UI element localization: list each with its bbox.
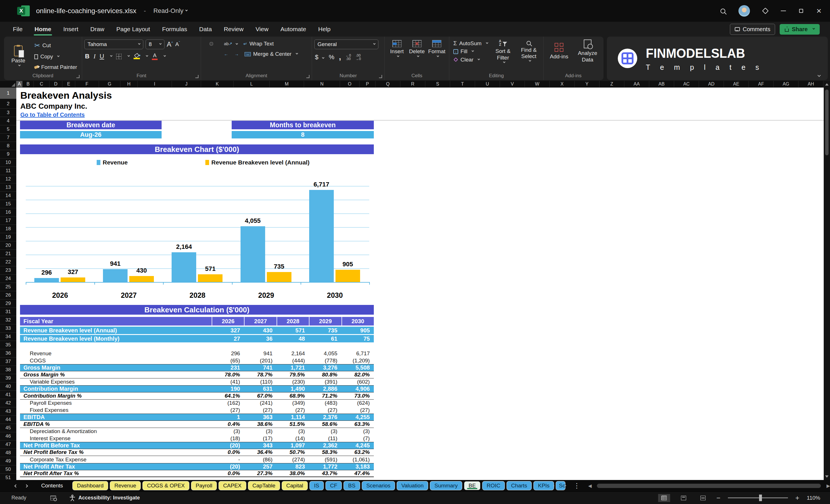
row-value-cell[interactable]: (1,209) (342, 357, 374, 365)
column-header-K[interactable]: K (201, 81, 234, 87)
row-value-cell[interactable]: 190 (212, 385, 244, 392)
row-value-cell[interactable]: 430 (244, 327, 276, 334)
grow-font-button[interactable]: A^ (167, 40, 173, 48)
row-value-cell[interactable]: (602) (342, 378, 374, 385)
sort-filter-button[interactable]: AZ Sort & Filter (491, 39, 515, 63)
find-select-button[interactable]: Find & Select (516, 39, 541, 63)
row-value-cell[interactable]: 47.4% (342, 470, 374, 477)
row-value-cell[interactable]: (3) (244, 428, 276, 435)
merge-center-button[interactable]: ↔ Merge & Center (244, 50, 299, 58)
fiscal-year-2026[interactable]: 2026 (212, 317, 244, 325)
row-value-cell[interactable]: (14) (277, 435, 309, 442)
column-header-A[interactable]: A (16, 81, 23, 87)
column-header-S[interactable]: S (425, 81, 450, 87)
row-value-cell[interactable]: (1,061) (342, 456, 374, 463)
sheet-tab-dashboard[interactable]: Dashboard (73, 481, 108, 490)
sheet-tab-charts[interactable]: Charts (507, 481, 532, 490)
row-label[interactable]: Depreciation & Amortization (20, 428, 212, 435)
row-value-cell[interactable]: (7) (342, 435, 374, 442)
row-value-cell[interactable]: 2,362 (309, 442, 341, 449)
menu-tab-page-layout[interactable]: Page Layout (110, 24, 156, 35)
number-format-select[interactable]: General (314, 39, 378, 49)
row-header-50[interactable]: 50 (0, 465, 16, 474)
row-header-34[interactable]: 34 (0, 333, 16, 341)
column-header-AE[interactable]: AE (724, 81, 749, 87)
row-value-cell[interactable]: (391) (309, 378, 341, 385)
row-label[interactable]: Contribution Margin % (20, 392, 212, 399)
sheet-tab-contents[interactable]: Contents (41, 481, 63, 490)
row-value-cell[interactable]: 2,376 (309, 414, 341, 420)
row-header-9[interactable]: 9 (0, 150, 16, 158)
row-value-cell[interactable]: (27) (244, 407, 276, 414)
sheet-tab-capital[interactable]: Capital (282, 481, 308, 490)
row-value-cell[interactable]: 3,276 (309, 365, 341, 371)
zoom-out-button[interactable]: − (716, 494, 721, 502)
row-value-cell[interactable]: - (212, 456, 244, 463)
menu-tab-help[interactable]: Help (312, 24, 337, 35)
row-value-cell[interactable]: 27 (212, 335, 244, 342)
fiscal-year-2030[interactable]: 2030 (342, 317, 374, 325)
row-value-cell[interactable]: (11) (309, 435, 341, 442)
fiscal-year-2029[interactable]: 2029 (309, 317, 341, 325)
bold-button[interactable]: B (85, 53, 90, 60)
row-header-16[interactable]: 16 (0, 208, 16, 217)
row-value-cell[interactable]: 36.4% (244, 449, 276, 456)
minimize-button[interactable] (781, 10, 786, 11)
share-button[interactable]: Share (780, 24, 820, 35)
row-label[interactable]: Fixed Expenses (20, 407, 212, 414)
row-value-cell[interactable]: (20) (212, 442, 244, 449)
scroll-down-arrow-icon[interactable] (825, 475, 829, 478)
column-header-AB[interactable]: AB (649, 81, 674, 87)
column-header-I[interactable]: I (137, 81, 172, 87)
clear-button[interactable]: Clear (452, 56, 489, 63)
row-header-29[interactable]: 29 (0, 300, 16, 308)
row-value-cell[interactable]: (20) (212, 463, 244, 470)
months-to-breakeven-header[interactable]: Months to breakeven (232, 121, 374, 129)
row-label[interactable]: EBITDA (20, 414, 212, 420)
hscroll-right-arrow-icon[interactable]: ▶ (827, 483, 830, 489)
column-header-U[interactable]: U (475, 81, 500, 87)
row-value-cell[interactable]: (349) (277, 400, 309, 407)
row-value-cell[interactable]: 1,772 (309, 463, 341, 470)
menu-tab-home[interactable]: Home (29, 24, 57, 35)
sheet-tab-cf[interactable]: CF (326, 481, 342, 490)
row-value-cell[interactable]: (3) (212, 428, 244, 435)
menu-tab-insert[interactable]: Insert (57, 24, 84, 35)
row-header-37[interactable]: 37 (0, 357, 16, 366)
horizontal-scroll-thumb[interactable] (597, 484, 821, 488)
row-value-cell[interactable]: (230) (277, 378, 309, 385)
menu-tab-view[interactable]: View (249, 24, 274, 35)
row-label[interactable]: Gross Margin % (20, 371, 212, 378)
row-value-cell[interactable]: 231 (212, 365, 244, 371)
row-value-cell[interactable]: 51.5% (277, 421, 309, 428)
row-value-cell[interactable]: (86) (244, 456, 276, 463)
column-header-B[interactable]: B (23, 81, 34, 87)
row-value-cell[interactable]: (65) (212, 357, 244, 365)
paste-button[interactable]: Paste (6, 39, 30, 72)
column-header-AA[interactable]: AA (625, 81, 649, 87)
clipboard-dialog-launcher[interactable] (76, 75, 79, 78)
row-header-48[interactable]: 48 (0, 449, 16, 457)
row-value-cell[interactable]: 43.7% (309, 470, 341, 477)
menu-tab-review[interactable]: Review (218, 24, 250, 35)
row-value-cell[interactable]: (162) (212, 400, 244, 407)
collapse-ribbon-chevron-icon[interactable] (818, 74, 821, 77)
row-header-19[interactable]: 19 (0, 233, 16, 242)
row-header-35[interactable]: 35 (0, 341, 16, 349)
page-break-view-button[interactable] (697, 494, 709, 502)
row-value-cell[interactable]: (27) (342, 407, 374, 414)
row-label[interactable]: Revenue (20, 350, 212, 357)
row-header-31[interactable]: 31 (0, 308, 16, 316)
row-value-cell[interactable]: 296 (212, 350, 244, 357)
row-label[interactable]: COGS (20, 357, 212, 365)
row-label[interactable]: Net Profit After Tax (20, 463, 212, 470)
row-value-cell[interactable]: 735 (309, 327, 341, 334)
row-value-cell[interactable]: 0.4% (212, 421, 244, 428)
zoom-in-button[interactable]: + (795, 494, 799, 502)
row-value-cell[interactable]: 5,508 (342, 365, 374, 371)
row-value-cell[interactable]: 82.0% (342, 371, 374, 378)
underline-button[interactable]: U (99, 53, 104, 60)
column-header-AD[interactable]: AD (699, 81, 724, 87)
row-value-cell[interactable]: 48 (277, 335, 309, 342)
row-value-cell[interactable]: 1,114 (277, 414, 309, 420)
